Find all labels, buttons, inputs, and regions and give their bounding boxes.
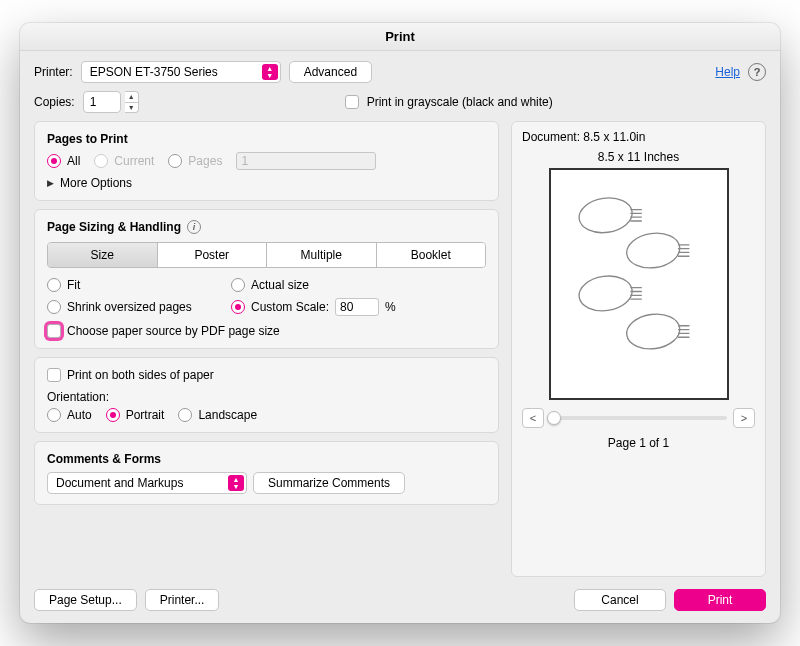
- svg-point-0: [576, 195, 634, 236]
- page-setup-button[interactable]: Page Setup...: [34, 589, 137, 611]
- radio-current-label: Current: [114, 154, 154, 168]
- radio-all-label: All: [67, 154, 80, 168]
- cancel-button[interactable]: Cancel: [574, 589, 666, 611]
- orientation-label: Orientation:: [47, 390, 486, 404]
- titlebar: Print: [20, 23, 780, 51]
- printer-select[interactable]: EPSON ET-3750 Series ▲▼: [81, 61, 281, 83]
- duplex-panel: Print on both sides of paper Orientation…: [34, 357, 499, 433]
- print-button[interactable]: Print: [674, 589, 766, 611]
- grayscale-checkbox[interactable]: [345, 95, 359, 109]
- copies-input[interactable]: 1: [83, 91, 121, 113]
- radio-current: [94, 154, 108, 168]
- summarize-comments-button[interactable]: Summarize Comments: [253, 472, 405, 494]
- both-sides-checkbox[interactable]: [47, 368, 61, 382]
- copies-label: Copies:: [34, 95, 75, 109]
- radio-all[interactable]: [47, 154, 61, 168]
- svg-point-3: [624, 311, 682, 352]
- printer-button[interactable]: Printer...: [145, 589, 220, 611]
- pages-panel: Pages to Print All Current Pages 1 ▶: [34, 121, 499, 201]
- triangle-right-icon: ▶: [47, 178, 54, 188]
- pages-range-input[interactable]: 1: [236, 152, 376, 170]
- printer-value: EPSON ET-3750 Series: [90, 65, 218, 79]
- more-options-toggle[interactable]: ▶ More Options: [47, 176, 486, 190]
- comments-panel: Comments & Forms Document and Markups ▲▼…: [34, 441, 499, 505]
- tab-multiple[interactable]: Multiple: [267, 243, 377, 267]
- radio-pages[interactable]: [168, 154, 182, 168]
- printer-label: Printer:: [34, 65, 73, 79]
- chevron-updown-icon: ▲▼: [228, 475, 244, 491]
- chevron-updown-icon: ▲▼: [262, 64, 278, 80]
- sizing-tabs: Size Poster Multiple Booklet: [47, 242, 486, 268]
- preview-sheet: [549, 168, 729, 400]
- choose-paper-checkbox[interactable]: [47, 324, 61, 338]
- radio-actual[interactable]: [231, 278, 245, 292]
- scale-input[interactable]: 80: [335, 298, 379, 316]
- prev-page-button[interactable]: <: [522, 408, 544, 428]
- radio-shrink[interactable]: [47, 300, 61, 314]
- page-indicator: Page 1 of 1: [608, 436, 669, 450]
- sheet-size-label: 8.5 x 11 Inches: [598, 150, 679, 164]
- svg-point-1: [624, 230, 682, 271]
- document-size-label: Document: 8.5 x 11.0in: [522, 130, 645, 144]
- window-title: Print: [385, 29, 415, 44]
- svg-point-2: [576, 273, 634, 314]
- pages-title: Pages to Print: [47, 132, 486, 146]
- slider-thumb[interactable]: [547, 411, 561, 425]
- radio-fit[interactable]: [47, 278, 61, 292]
- radio-custom-scale[interactable]: [231, 300, 245, 314]
- info-icon[interactable]: i: [187, 220, 201, 234]
- print-dialog: Print Printer: EPSON ET-3750 Series ▲▼ A…: [20, 23, 780, 623]
- tab-size[interactable]: Size: [48, 243, 158, 267]
- sizing-title: Page Sizing & Handling: [47, 220, 181, 234]
- tab-booklet[interactable]: Booklet: [377, 243, 486, 267]
- sizing-panel: Page Sizing & Handling i Size Poster Mul…: [34, 209, 499, 349]
- help-link[interactable]: Help: [715, 65, 740, 79]
- next-page-button[interactable]: >: [733, 408, 755, 428]
- radio-auto[interactable]: [47, 408, 61, 422]
- radio-portrait[interactable]: [106, 408, 120, 422]
- help-icon[interactable]: ?: [748, 63, 766, 81]
- copies-stepper[interactable]: ▲▼: [125, 91, 139, 113]
- comments-select[interactable]: Document and Markups ▲▼: [47, 472, 247, 494]
- preview-panel: Document: 8.5 x 11.0in 8.5 x 11 Inches: [511, 121, 766, 577]
- advanced-button[interactable]: Advanced: [289, 61, 372, 83]
- tab-poster[interactable]: Poster: [158, 243, 268, 267]
- bulb-template-icon: [558, 179, 720, 389]
- radio-pages-label: Pages: [188, 154, 222, 168]
- comments-title: Comments & Forms: [47, 452, 486, 466]
- grayscale-label: Print in grayscale (black and white): [367, 95, 553, 109]
- radio-landscape[interactable]: [178, 408, 192, 422]
- zoom-slider[interactable]: [550, 416, 727, 420]
